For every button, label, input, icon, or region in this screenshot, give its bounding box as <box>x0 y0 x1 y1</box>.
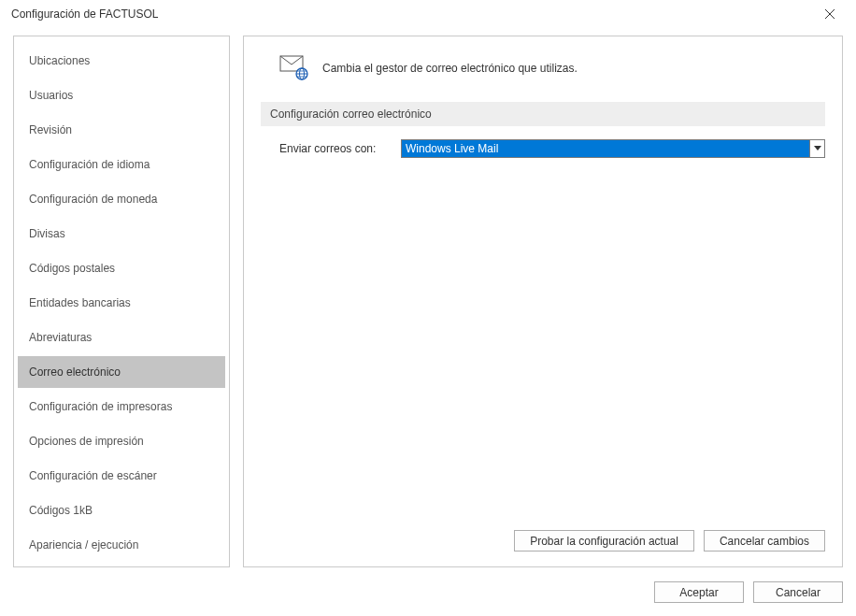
send-with-combo[interactable]: Windows Live Mail <box>401 139 825 158</box>
panel-button-row: Probar la configuración actual Cancelar … <box>261 530 825 552</box>
dialog-button-row: Aceptar Cancelar <box>654 581 843 603</box>
panel-header: Cambia el gestor de correo electrónico q… <box>279 55 825 81</box>
sidebar: UbicacionesUsuariosRevisiónConfiguración… <box>13 36 230 567</box>
panel-description: Cambia el gestor de correo electrónico q… <box>322 62 578 75</box>
sidebar-item[interactable]: Correo electrónico <box>18 356 225 388</box>
sidebar-item[interactable]: Opciones de impresión <box>18 425 225 457</box>
sidebar-item[interactable]: Configuración de impresoras <box>18 391 225 423</box>
svg-marker-8 <box>814 146 821 150</box>
sidebar-item[interactable]: Abreviaturas <box>18 322 225 353</box>
accept-button[interactable]: Aceptar <box>654 581 744 603</box>
sidebar-item[interactable]: Códigos postales <box>18 252 225 284</box>
content-area: UbicacionesUsuariosRevisiónConfiguración… <box>13 36 843 567</box>
combo-arrow-button[interactable] <box>809 140 824 157</box>
cancel-changes-button[interactable]: Cancelar cambios <box>704 530 825 552</box>
mail-globe-icon <box>279 55 309 81</box>
chevron-down-icon <box>814 146 821 151</box>
test-config-button[interactable]: Probar la configuración actual <box>514 530 694 552</box>
section-title: Configuración correo electrónico <box>261 102 825 126</box>
sidebar-item[interactable]: Apariencia / ejecución <box>18 529 225 561</box>
sidebar-item[interactable]: Códigos 1kB <box>18 494 225 526</box>
sidebar-item[interactable]: Configuración de idioma <box>18 149 225 180</box>
titlebar: Configuración de FACTUSOL <box>0 0 856 28</box>
sidebar-item[interactable]: Configuración de moneda <box>18 183 225 215</box>
send-with-value: Windows Live Mail <box>402 140 809 157</box>
sidebar-item[interactable]: Ubicaciones <box>18 45 225 77</box>
close-button[interactable] <box>811 1 849 27</box>
sidebar-item[interactable]: Divisas <box>18 218 225 250</box>
sidebar-item[interactable]: Usuarios <box>18 79 225 111</box>
send-with-row: Enviar correos con: Windows Live Mail <box>279 139 825 158</box>
spacer <box>261 158 825 530</box>
send-with-label: Enviar correos con: <box>279 142 392 155</box>
window-title: Configuración de FACTUSOL <box>11 7 811 21</box>
cancel-button[interactable]: Cancelar <box>753 581 843 603</box>
sidebar-item[interactable]: Entidades bancarias <box>18 287 225 319</box>
sidebar-item[interactable]: Configuración de escáner <box>18 460 225 492</box>
close-icon <box>825 9 835 19</box>
sidebar-item[interactable]: Revisión <box>18 114 225 146</box>
main-panel: Cambia el gestor de correo electrónico q… <box>243 36 843 567</box>
